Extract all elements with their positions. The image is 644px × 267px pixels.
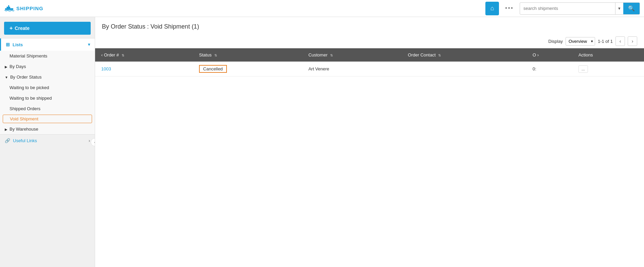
sidebar-item-void-shipment[interactable]: Void Shipment <box>3 115 92 123</box>
sidebar-item-by-warehouse[interactable]: By Warehouse <box>0 124 95 134</box>
col-customer[interactable]: Customer ⇅ <box>304 48 403 62</box>
more-options-button[interactable]: ••• <box>502 3 516 13</box>
home-icon: ⌂ <box>490 5 494 12</box>
link-icon: 🔗 <box>5 138 10 143</box>
sidebar: + Create ⊞ Lists ▾ Material Shipments By… <box>0 17 95 267</box>
col-order-contact[interactable]: Order Contact ⇅ <box>403 48 528 62</box>
search-input[interactable] <box>520 6 615 11</box>
search-go-button[interactable]: 🔍 <box>623 2 640 15</box>
sidebar-item-by-order-status[interactable]: By Order Status <box>0 72 95 82</box>
pagination-text: 1-1 of 1 <box>598 39 613 44</box>
sort-icon: ⇅ <box>330 53 333 57</box>
sidebar-sub-items: Material Shipments By Days By Order Stat… <box>0 51 95 134</box>
dots-icon: ••• <box>505 5 514 12</box>
svg-rect-1 <box>7 6 11 8</box>
col-status[interactable]: Status ⇅ <box>194 48 304 62</box>
table-header-row: ‹ Order # ⇅ Status ⇅ Customer ⇅ Order Co… <box>95 48 644 62</box>
chevron-left-icon: ‹ <box>620 38 621 44</box>
chevron-down-icon <box>5 74 8 80</box>
shipments-table: ‹ Order # ⇅ Status ⇅ Customer ⇅ Order Co… <box>95 48 644 77</box>
chevron-down-icon: ▾ <box>88 42 90 47</box>
next-page-button[interactable]: › <box>628 36 637 46</box>
create-button[interactable]: + Create <box>4 22 91 35</box>
home-button[interactable]: ⌂ <box>485 2 499 15</box>
svg-rect-2 <box>8 5 9 7</box>
cell-status: Cancelled <box>194 62 304 77</box>
plus-icon: + <box>10 25 13 31</box>
sidebar-item-useful-links[interactable]: 🔗 Useful Links › <box>0 134 95 147</box>
cell-o: 0: <box>528 62 574 77</box>
content-header: By Order Status : Void Shipment (1) <box>95 17 644 34</box>
cell-customer: Art Venere <box>304 62 403 77</box>
sort-icon: ⇅ <box>122 53 124 57</box>
sort-icon: ⇅ <box>214 53 217 57</box>
content-area: By Order Status : Void Shipment (1) Disp… <box>95 17 644 267</box>
svg-rect-0 <box>5 8 13 10</box>
cell-order-contact <box>403 62 528 77</box>
status-badge: Cancelled <box>199 65 227 73</box>
main-layout: + Create ⊞ Lists ▾ Material Shipments By… <box>0 17 644 267</box>
display-select[interactable]: Overview <box>566 37 595 46</box>
ship-icon <box>4 4 14 13</box>
sidebar-item-waiting-picked[interactable]: Waiting to be picked <box>0 82 95 93</box>
action-more-button[interactable]: ... <box>578 65 588 73</box>
sidebar-item-by-days[interactable]: By Days <box>0 61 95 72</box>
col-actions: Actions <box>574 48 644 62</box>
prev-page-button[interactable]: ‹ <box>615 36 625 46</box>
content-toolbar: Display Overview 1-1 of 1 ‹ › <box>95 34 644 48</box>
display-select-wrap: Overview <box>566 37 595 46</box>
search-bar: ▾ 🔍 <box>520 2 640 15</box>
more-icon: ... <box>582 67 585 71</box>
page-title: By Order Status : Void Shipment (1) <box>102 23 637 30</box>
chevron-down-icon: ▾ <box>618 6 621 11</box>
sidebar-item-shipped-orders[interactable]: Shipped Orders <box>0 103 95 114</box>
app-logo: SHIPPING <box>4 4 43 13</box>
collapse-icon: ‹ <box>94 140 95 144</box>
search-dropdown-button[interactable]: ▾ <box>615 3 623 14</box>
display-label: Display <box>548 39 563 44</box>
chevron-right-icon: › <box>632 38 633 44</box>
cell-order-number[interactable]: 1003 <box>95 62 194 77</box>
actions-cell: ... <box>578 65 639 73</box>
lists-section: ⊞ Lists ▾ <box>0 38 95 51</box>
grid-icon: ⊞ <box>6 42 10 47</box>
col-o: O › <box>528 48 574 62</box>
sort-icon: ⇅ <box>438 53 441 57</box>
sidebar-item-waiting-shipped[interactable]: Waiting to be shipped <box>0 93 95 103</box>
sidebar-item-lists[interactable]: ⊞ Lists ▾ <box>0 38 95 51</box>
sidebar-item-material-shipments[interactable]: Material Shipments <box>0 51 95 61</box>
col-order-number[interactable]: ‹ Order # ⇅ <box>95 48 194 62</box>
table-row: 1003 Cancelled Art Venere 0: ... <box>95 62 644 77</box>
cell-actions: ... <box>574 62 644 77</box>
topbar: SHIPPING ⌂ ••• ▾ 🔍 <box>0 0 644 17</box>
app-title: SHIPPING <box>16 5 43 11</box>
chevron-right-icon <box>5 127 7 132</box>
table-wrap: ‹ Order # ⇅ Status ⇅ Customer ⇅ Order Co… <box>95 48 644 267</box>
search-icon: 🔍 <box>628 5 635 11</box>
chevron-right-icon: › <box>89 138 90 143</box>
chevron-right-icon <box>5 64 7 69</box>
